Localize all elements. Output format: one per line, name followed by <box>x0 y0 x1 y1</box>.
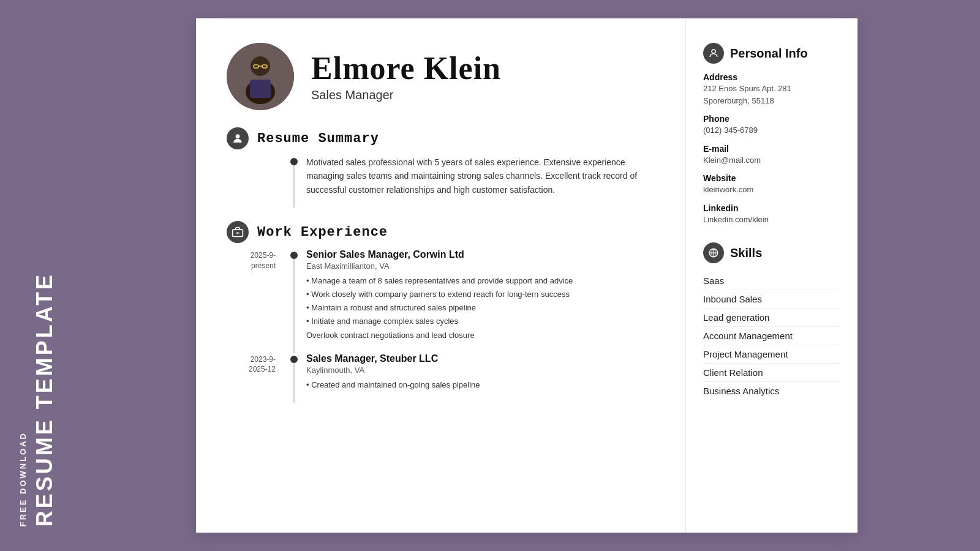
summary-timeline-item: Motivated sales professional with 5 year… <box>227 156 661 208</box>
skills-title: Skills <box>730 246 762 260</box>
job-1-line <box>293 259 295 353</box>
timeline-line <box>293 165 295 208</box>
personal-info-section: Personal Info Address 212 Enos Spurs Apt… <box>703 43 840 225</box>
linkedin-field: Linkedin Linkedin.com/klein <box>703 203 840 226</box>
website-label: Website <box>703 173 840 183</box>
phone-field: Phone (012) 345-6789 <box>703 114 840 137</box>
skill-item-5: Client Relation <box>703 364 840 382</box>
website-field: Website kleinwork.com <box>703 173 840 196</box>
work-experience-section: Work Experience 2025-9- present <box>227 221 661 403</box>
address-field: Address 212 Enos Spurs Apt. 281 Sporerbu… <box>703 72 840 107</box>
job-1-bullets: • Manage a team of 8 sales representativ… <box>306 274 661 342</box>
resume-header: Elmore Klein Sales Manager <box>227 43 661 110</box>
job-1-dot <box>290 252 298 259</box>
skill-item-0: Saas <box>703 272 840 290</box>
email-field: E-mail Klein@mail.com <box>703 144 840 167</box>
summary-timeline: Motivated sales professional with 5 year… <box>227 156 661 208</box>
job-2-title: Sales Manager, Steuber LLC <box>306 353 661 364</box>
job-2-line <box>293 363 295 403</box>
work-timeline: 2025-9- present Senior Sales Manager, Co… <box>227 249 661 403</box>
resume-main: Elmore Klein Sales Manager Resume Summar… <box>196 18 686 533</box>
linkedin-value: Linkedin.com/klein <box>703 214 840 226</box>
linkedin-label: Linkedin <box>703 203 840 213</box>
resume-sidebar: Personal Info Address 212 Enos Spurs Apt… <box>686 18 858 533</box>
skills-header: Skills <box>703 242 840 263</box>
job-2-location: Kaylinmouth, VA <box>306 365 661 375</box>
phone-value: (012) 345-6789 <box>703 124 840 137</box>
address-line1: 212 Enos Spurs Apt. 281 <box>703 83 840 95</box>
resume-template-label: RESUME TEMPLATE <box>34 272 56 527</box>
skill-item-1: Inbound Sales <box>703 290 840 309</box>
skill-item-6: Business Analytics <box>703 382 840 400</box>
skills-list: Saas Inbound Sales Lead generation Accou… <box>703 272 840 400</box>
header-info: Elmore Klein Sales Manager <box>311 51 501 102</box>
left-sidebar: FREE DOWNLOAD RESUME TEMPLATE <box>0 0 165 551</box>
skill-item-3: Account Management <box>703 327 840 345</box>
timeline-left-empty <box>227 156 282 208</box>
phone-label: Phone <box>703 114 840 124</box>
job-2-date: 2023-9- 2025-12 <box>227 353 282 403</box>
skills-section: Skills Saas Inbound Sales Lead generatio… <box>703 242 840 400</box>
website-value: kleinwork.com <box>703 184 840 196</box>
summary-section-header: Resume Summary <box>227 127 661 149</box>
free-download-label: FREE DOWNLOAD <box>18 432 28 527</box>
job-1-timeline-mid <box>282 249 306 353</box>
skill-item-4: Project Management <box>703 345 840 364</box>
job-2: 2023-9- 2025-12 Sales Manager, Steuber L… <box>227 353 661 403</box>
work-experience-title: Work Experience <box>257 225 388 240</box>
summary-section-title: Resume Summary <box>257 131 379 146</box>
personal-info-title: Personal Info <box>730 47 808 61</box>
personal-info-header: Personal Info <box>703 43 840 64</box>
summary-icon <box>227 127 249 149</box>
job-2-dot <box>290 356 298 363</box>
job-1-date-text: 2025-9- present <box>251 250 276 271</box>
job-2-content: Sales Manager, Steuber LLC Kaylinmouth, … <box>306 353 661 403</box>
work-experience-header: Work Experience <box>227 221 661 243</box>
candidate-name: Elmore Klein <box>311 51 501 86</box>
address-label: Address <box>703 72 840 82</box>
address-line2: Sporerburgh, 55118 <box>703 95 840 107</box>
avatar <box>227 43 294 110</box>
job-1: 2025-9- present Senior Sales Manager, Co… <box>227 249 661 353</box>
svg-rect-3 <box>250 80 271 98</box>
job-1-date: 2025-9- present <box>227 249 282 353</box>
skill-item-2: Lead generation <box>703 309 840 327</box>
personal-info-icon <box>703 43 724 64</box>
job-2-bullets: • Created and maintained on-going sales … <box>306 378 661 392</box>
job-1-content: Senior Sales Manager, Corwin Ltd East Ma… <box>306 249 661 353</box>
job-2-timeline-mid <box>282 353 306 403</box>
svg-point-7 <box>236 134 240 138</box>
svg-point-11 <box>712 50 715 53</box>
summary-content: Motivated sales professional with 5 year… <box>306 156 661 208</box>
job-2-date-text: 2023-9- 2025-12 <box>249 354 276 375</box>
email-label: E-mail <box>703 144 840 154</box>
skills-icon <box>703 242 724 263</box>
candidate-title: Sales Manager <box>311 88 501 102</box>
work-icon <box>227 221 249 243</box>
summary-section: Resume Summary Motivated sales professio… <box>227 127 661 208</box>
job-1-location: East Maximillianton, VA <box>306 261 661 271</box>
job-1-title: Senior Sales Manager, Corwin Ltd <box>306 249 661 260</box>
summary-text: Motivated sales professional with 5 year… <box>306 156 661 197</box>
resume-paper: Elmore Klein Sales Manager Resume Summar… <box>196 18 858 533</box>
timeline-middle <box>282 156 306 208</box>
timeline-dot <box>290 158 298 165</box>
email-value: Klein@mail.com <box>703 154 840 167</box>
